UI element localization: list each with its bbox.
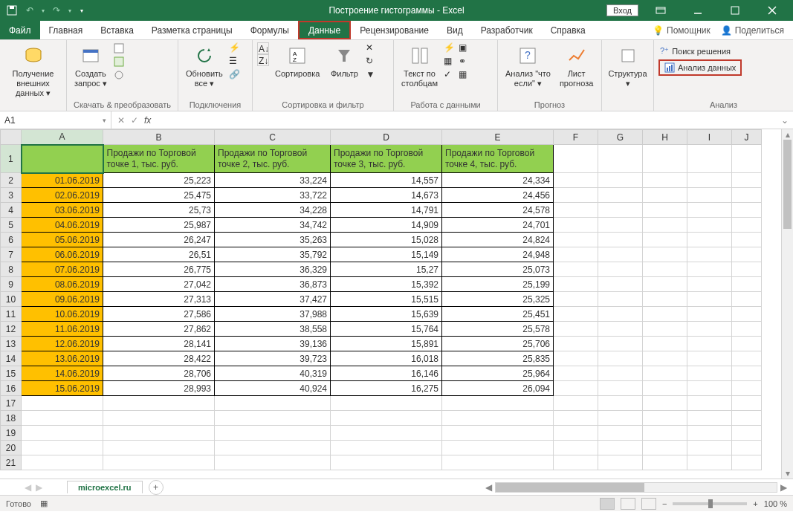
remove-duplicates-icon[interactable]: ▦ [444, 56, 456, 68]
row-header-2[interactable]: 2 [1, 173, 22, 188]
cell-date-2[interactable]: 03.06.2019 [22, 203, 103, 218]
close-icon[interactable] [757, 0, 787, 21]
cell-data-0-2[interactable]: 33,224 [215, 173, 331, 188]
cell-date-0[interactable]: 01.06.2019 [22, 173, 103, 188]
row-header-20[interactable]: 20 [1, 441, 22, 455]
cell-data-11-2[interactable]: 39,136 [215, 337, 331, 351]
sort-asc-icon[interactable]: A↓ [257, 42, 269, 54]
name-box-dropdown-icon[interactable]: ▾ [103, 117, 106, 124]
cell-data-1-3[interactable]: 14,673 [331, 188, 442, 203]
cell-date-13[interactable]: 14.06.2019 [22, 366, 103, 381]
consolidate-icon[interactable]: ▣ [459, 42, 470, 54]
cell-data-13-1[interactable]: 28,706 [103, 366, 215, 381]
undo-icon[interactable]: ↶ [24, 4, 36, 16]
col-header-C[interactable]: C [215, 130, 331, 145]
cell-data-4-1[interactable]: 26,247 [103, 233, 215, 247]
cell-data-7-3[interactable]: 15,392 [331, 277, 442, 292]
cell-data-8-2[interactable]: 37,427 [215, 292, 331, 307]
cell-data-7-1[interactable]: 27,042 [103, 277, 215, 292]
cell-date-5[interactable]: 06.06.2019 [22, 247, 103, 262]
cell-A1[interactable] [22, 145, 103, 173]
qat-customize-icon[interactable]: ▾ [80, 7, 83, 14]
select-all-corner[interactable] [1, 130, 22, 145]
cell-data-12-1[interactable]: 28,422 [103, 351, 215, 366]
row-header-15[interactable]: 15 [1, 366, 22, 381]
zoom-out-icon[interactable]: − [662, 499, 667, 508]
cell-data-2-3[interactable]: 14,791 [331, 203, 442, 218]
cell-data-9-2[interactable]: 37,988 [215, 307, 331, 322]
row-header-5[interactable]: 5 [1, 218, 22, 233]
recent-sources-icon[interactable] [113, 69, 125, 81]
new-query-button[interactable]: Создать запрос ▾ [71, 42, 110, 90]
cell-data-5-1[interactable]: 26,51 [103, 247, 215, 262]
col-header-G[interactable]: G [598, 130, 643, 145]
sheet-tab-active[interactable]: microexcel.ru [67, 481, 143, 493]
cell-data-6-3[interactable]: 15,27 [331, 262, 442, 277]
row-header-6[interactable]: 6 [1, 233, 22, 247]
connections-icon[interactable]: ⚡ [229, 42, 241, 54]
hscroll-right-icon[interactable]: ▶ [777, 482, 790, 493]
cell-header-1[interactable]: Продажи по Торговой точке 1, тыс. руб. [103, 145, 215, 173]
col-header-A[interactable]: A [22, 130, 103, 145]
col-header-H[interactable]: H [643, 130, 687, 145]
tell-me[interactable]: 💡Помощник [653, 25, 711, 36]
sheet-nav-next-icon[interactable]: ▶ [36, 482, 42, 493]
cell-data-1-1[interactable]: 25,475 [103, 188, 215, 203]
row-header-10[interactable]: 10 [1, 292, 22, 307]
solver-button[interactable]: ?⁺ Поиск решения [658, 45, 732, 56]
cell-date-4[interactable]: 05.06.2019 [22, 233, 103, 247]
formula-input[interactable] [157, 111, 777, 129]
row-header-21[interactable]: 21 [1, 455, 22, 470]
cell-data-12-3[interactable]: 16,018 [331, 351, 442, 366]
spreadsheet-grid[interactable]: ABCDEFGHIJ1Продажи по Торговой точке 1, … [0, 129, 793, 479]
add-sheet-button[interactable]: + [149, 480, 164, 495]
cell-data-11-3[interactable]: 15,891 [331, 337, 442, 351]
redo-dropdown-icon[interactable]: ▾ [68, 7, 71, 14]
row-header-9[interactable]: 9 [1, 277, 22, 292]
cell-data-3-3[interactable]: 14,909 [331, 218, 442, 233]
cell-data-2-4[interactable]: 24,578 [442, 203, 554, 218]
cell-data-9-3[interactable]: 15,639 [331, 307, 442, 322]
cell-header-4[interactable]: Продажи по Торговой точке 4, тыс. руб. [442, 145, 554, 173]
scroll-thumb[interactable] [783, 140, 792, 229]
zoom-in-icon[interactable]: + [753, 499, 757, 508]
row-header-3[interactable]: 3 [1, 188, 22, 203]
tab-разметка страницы[interactable]: Разметка страницы [143, 21, 242, 39]
cell-date-9[interactable]: 10.06.2019 [22, 307, 103, 322]
row-header-16[interactable]: 16 [1, 381, 22, 396]
cell-date-10[interactable]: 11.06.2019 [22, 322, 103, 337]
data-analysis-button[interactable]: Анализ данных [658, 59, 742, 76]
cell-data-12-4[interactable]: 25,835 [442, 351, 554, 366]
login-button[interactable]: Вход [606, 4, 638, 16]
vertical-scrollbar[interactable]: ▴ ▾ [781, 129, 793, 479]
cell-date-1[interactable]: 02.06.2019 [22, 188, 103, 203]
cell-data-7-2[interactable]: 36,873 [215, 277, 331, 292]
col-header-J[interactable]: J [732, 130, 762, 145]
cell-data-6-2[interactable]: 36,329 [215, 262, 331, 277]
advanced-icon[interactable]: ▼ [366, 69, 378, 81]
formula-expand-icon[interactable]: ⌄ [777, 115, 793, 126]
row-header-1[interactable]: 1 [1, 145, 22, 173]
tab-справка[interactable]: Справка [542, 21, 595, 39]
col-header-E[interactable]: E [442, 130, 554, 145]
save-icon[interactable] [6, 4, 18, 16]
cell-data-13-2[interactable]: 40,319 [215, 366, 331, 381]
data-model-icon[interactable]: ▦ [459, 69, 470, 81]
text-to-columns-button[interactable]: Текст по столбцам [398, 42, 441, 90]
cell-data-3-4[interactable]: 24,701 [442, 218, 554, 233]
cell-data-7-4[interactable]: 25,199 [442, 277, 554, 292]
cell-data-9-1[interactable]: 27,586 [103, 307, 215, 322]
cell-data-5-3[interactable]: 15,149 [331, 247, 442, 262]
cell-data-6-4[interactable]: 25,073 [442, 262, 554, 277]
maximize-icon[interactable] [720, 0, 750, 21]
cell-date-12[interactable]: 13.06.2019 [22, 351, 103, 366]
row-header-19[interactable]: 19 [1, 426, 22, 441]
tab-вид[interactable]: Вид [438, 21, 472, 39]
cell-data-1-2[interactable]: 33,722 [215, 188, 331, 203]
zoom-level[interactable]: 100 % [764, 499, 787, 508]
cell-data-0-3[interactable]: 14,557 [331, 173, 442, 188]
cell-date-6[interactable]: 07.06.2019 [22, 262, 103, 277]
cell-data-13-3[interactable]: 16,146 [331, 366, 442, 381]
cell-data-8-1[interactable]: 27,313 [103, 292, 215, 307]
macro-record-icon[interactable]: ▦ [40, 499, 48, 508]
